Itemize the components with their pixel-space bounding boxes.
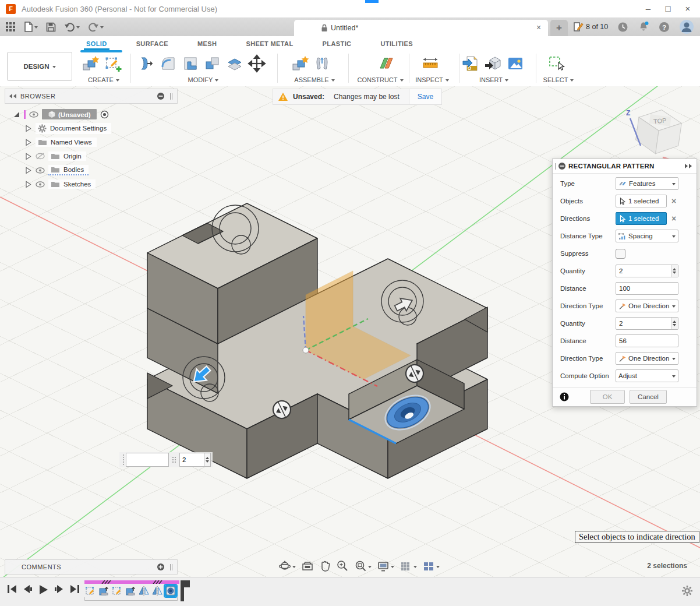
look-at-button[interactable] <box>301 561 314 572</box>
new-tab-button[interactable]: + <box>550 20 568 36</box>
tab-utilities[interactable]: UTILITIES <box>380 38 413 49</box>
timeline-play-button[interactable] <box>38 584 48 595</box>
inspect-group-label[interactable]: INSPECT <box>408 76 457 83</box>
timeline-step-back-button[interactable] <box>23 584 33 594</box>
timeline-feature-sketch-2[interactable] <box>111 585 123 597</box>
browser-item-named-views[interactable]: Named Views <box>24 135 178 149</box>
tab-mesh[interactable]: MESH <box>197 38 217 49</box>
inline-distance-field[interactable] <box>126 453 169 467</box>
construct-group-label[interactable]: CONSTRUCT <box>354 76 406 83</box>
quantity-2-spinner[interactable] <box>671 318 678 329</box>
timeline-go-to-end-button[interactable] <box>70 584 80 594</box>
expand-arrow-icon[interactable] <box>24 125 32 132</box>
help-icon[interactable]: ? <box>659 22 670 33</box>
visibility-off-eye-icon[interactable] <box>36 153 45 160</box>
expand-arrow-icon[interactable] <box>24 139 32 146</box>
grid-snap-button[interactable] <box>400 561 417 572</box>
quantity-1-spinner[interactable] <box>671 265 678 277</box>
zoom-button[interactable] <box>336 560 349 573</box>
tab-sheet-metal[interactable]: SHEET METAL <box>246 38 293 49</box>
root-document-chip[interactable]: (Unsaved) <box>42 109 97 119</box>
save-button[interactable] <box>45 21 57 33</box>
visibility-eye-icon[interactable] <box>36 181 45 188</box>
root-expand-icon[interactable] <box>13 111 20 118</box>
browser-item-document-settings[interactable]: Document Settings <box>24 121 178 135</box>
cancel-button[interactable]: Cancel <box>630 390 667 404</box>
new-component-button[interactable] <box>80 54 100 73</box>
expand-arrow-icon[interactable] <box>24 167 32 174</box>
timeline-settings-gear-icon[interactable] <box>681 585 693 597</box>
compute-option-dropdown[interactable]: Adjust <box>616 369 678 382</box>
construct-plane-button[interactable] <box>376 54 396 73</box>
pan-button[interactable] <box>319 560 331 573</box>
combine-button[interactable] <box>203 54 222 73</box>
save-link[interactable]: Save <box>409 89 441 104</box>
measure-button[interactable] <box>420 54 440 73</box>
create-sketch-button[interactable] <box>102 54 122 73</box>
timeline-feature-extrude-1[interactable] <box>98 585 109 597</box>
browser-item-origin[interactable]: Origin <box>24 149 178 163</box>
inline-quantity-input[interactable] <box>180 453 204 466</box>
browser-panel-header[interactable]: BROWSER <box>5 89 178 104</box>
create-group-label[interactable]: CREATE <box>80 76 127 83</box>
document-tab-close-button[interactable]: × <box>533 22 545 33</box>
panel-expand-plus-icon[interactable] <box>157 563 165 571</box>
quantity-2-field[interactable] <box>616 317 678 330</box>
app-grid-button[interactable] <box>5 21 17 33</box>
timeline-step-forward-button[interactable] <box>54 584 64 594</box>
distance-1-input[interactable] <box>616 283 678 294</box>
shell-button[interactable] <box>181 54 200 73</box>
select-group-label[interactable]: SELECT <box>538 76 579 83</box>
quantity-1-input[interactable] <box>616 265 671 277</box>
browser-item-sketches[interactable]: Sketches <box>24 177 178 191</box>
panel-grip[interactable] <box>170 564 172 570</box>
objects-select-button[interactable]: 1 selected <box>616 195 667 207</box>
directions-select-button[interactable]: 1 selected <box>616 212 667 225</box>
tab-surface[interactable]: SURFACE <box>136 38 168 49</box>
quantity-spinner[interactable] <box>204 453 210 466</box>
insert-group-label[interactable]: INSERT <box>461 76 526 83</box>
dialog-grip[interactable] <box>555 163 556 170</box>
drag-handle[interactable] <box>123 455 124 465</box>
assemble-new-component-button[interactable] <box>290 54 310 73</box>
expand-arrow-icon[interactable] <box>24 153 32 160</box>
direction-type-2-dropdown[interactable]: One Direction <box>616 352 678 365</box>
browser-root-row[interactable]: (Unsaved) <box>5 107 178 121</box>
maximize-button[interactable]: □ <box>658 0 678 16</box>
timeline-feature-sketch-1[interactable] <box>84 585 96 597</box>
offset-face-button[interactable] <box>225 54 245 73</box>
distance-2-input[interactable] <box>616 335 678 347</box>
job-status[interactable]: 8 of 10 <box>573 17 608 36</box>
job-history-clock-icon[interactable] <box>617 22 628 33</box>
document-tab[interactable]: Untitled* × <box>294 20 548 36</box>
fillet-button[interactable] <box>158 54 178 73</box>
view-cube[interactable]: TOP Z X <box>617 92 699 168</box>
timeline-go-to-start-button[interactable] <box>7 584 17 594</box>
panel-grip[interactable] <box>170 93 172 100</box>
insert-mesh-button[interactable] <box>483 54 503 73</box>
orbit-button[interactable] <box>278 560 296 573</box>
visibility-eye-icon[interactable] <box>29 111 38 118</box>
collapse-panel-icon[interactable] <box>8 93 17 99</box>
undo-button[interactable] <box>63 21 81 33</box>
timeline-group-bar[interactable] <box>84 580 179 584</box>
file-menu-button[interactable] <box>23 20 39 33</box>
objects-clear-icon[interactable]: × <box>671 196 676 206</box>
distance-type-dropdown[interactable]: Spacing <box>616 230 678 242</box>
distance-2-field[interactable] <box>616 334 678 347</box>
tab-plastic[interactable]: PLASTIC <box>323 38 352 49</box>
timeline-feature-mirror-2[interactable] <box>151 585 163 597</box>
viewport-canvas[interactable]: TOP Z X BROWSER <box>0 86 700 577</box>
quantity-2-input[interactable] <box>616 318 671 329</box>
origin-point[interactable] <box>303 347 309 353</box>
browser-item-bodies[interactable]: Bodies <box>24 163 178 177</box>
viewports-button[interactable] <box>422 561 440 572</box>
direction-type-1-dropdown[interactable]: One Direction <box>616 300 678 312</box>
inline-distance-input[interactable] <box>126 453 168 466</box>
close-button[interactable]: × <box>678 0 698 16</box>
select-button[interactable] <box>546 54 566 73</box>
insert-canvas-button[interactable] <box>505 54 525 73</box>
expand-arrow-icon[interactable] <box>24 181 32 188</box>
timeline-feature-extrude-2[interactable] <box>125 585 136 597</box>
quantity-1-field[interactable] <box>616 265 678 277</box>
